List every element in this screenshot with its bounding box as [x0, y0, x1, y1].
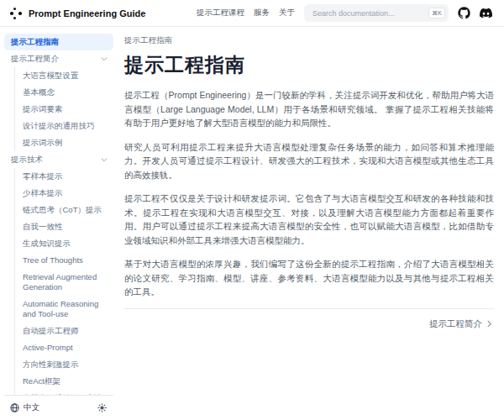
chevron-down-icon	[100, 55, 108, 63]
sidebar-item-label: 提示技术	[11, 155, 43, 165]
sidebar-item-label: 提示工程指南	[11, 37, 59, 47]
sidebar-item[interactable]: 设计提示的通用技巧	[14, 118, 113, 134]
sidebar: 提示工程指南提示工程简介大语言模型设置基本概念提示词要素设计提示的通用技巧提示词…	[0, 27, 118, 420]
language-switcher[interactable]: 中文	[10, 402, 39, 413]
sidebar-item[interactable]: Active-Prompt	[14, 339, 113, 356]
chevron-down-icon	[100, 155, 108, 164]
sidebar-item-label: 提示词要素	[23, 104, 63, 114]
next-page-link[interactable]: 提示工程简介	[429, 318, 494, 330]
sidebar-item[interactable]: 基本概念	[14, 84, 113, 101]
github-icon[interactable]	[458, 7, 470, 19]
theme-toggle[interactable]	[97, 403, 107, 412]
sidebar-item-label: 提示词示例	[23, 138, 63, 148]
next-page-label: 提示工程简介	[429, 318, 482, 330]
sidebar-item[interactable]: 提示词示例	[14, 134, 113, 151]
sidebar-item[interactable]: 自动提示工程师	[14, 323, 113, 339]
sidebar-item[interactable]: 大语言模型设置	[14, 67, 113, 84]
pagination-row: 提示工程简介	[124, 318, 494, 330]
sidebar-item[interactable]: ReAct框架	[14, 373, 113, 390]
main-content: 提示工程指南 提示工程指南 提示工程（Prompt Engineering）是一…	[118, 27, 504, 420]
sidebar-item-label: ReAct框架	[23, 376, 60, 386]
article-paragraphs: 提示工程（Prompt Engineering）是一门较新的学科，关注提示词开发…	[124, 88, 494, 299]
sidebar-item-label: 大语言模型设置	[23, 71, 79, 81]
sidebar-item-label: Tree of Thoughts	[23, 255, 83, 265]
header-right: 提示工程课程服务关于 ⌘K	[197, 4, 492, 22]
sidebar-item-label: 自动提示工程师	[23, 326, 79, 336]
article-paragraph: 提示工程不仅仅是关于设计和研发提示词。它包含了与大语言模型交互和研发的各种技能和…	[124, 192, 494, 247]
article-paragraph: 基于对大语言模型的浓厚兴趣，我们编写了这份全新的提示工程指南，介绍了大语言模型相…	[124, 257, 494, 299]
search-input[interactable]	[311, 8, 425, 18]
sidebar-footer: 中文	[4, 395, 113, 420]
sidebar-item[interactable]: 方向性刺激提示	[14, 356, 113, 373]
sidebar-item[interactable]: 提示词要素	[14, 101, 113, 118]
header: Prompt Engineering Guide 提示工程课程服务关于 ⌘K	[0, 0, 504, 27]
search-shortcut-kbd: ⌘K	[428, 8, 445, 18]
sidebar-item[interactable]: 生成知识提示	[14, 235, 113, 252]
sidebar-item-label: 链式思考（CoT）提示	[23, 205, 102, 215]
logo-title: Prompt Engineering Guide	[29, 8, 145, 18]
page-layout: 提示工程指南提示工程简介大语言模型设置基本概念提示词要素设计提示的通用技巧提示词…	[0, 27, 504, 420]
logo-dots-icon	[10, 7, 23, 20]
sidebar-item[interactable]: Retrieval Augmented Generation	[14, 269, 113, 296]
header-nav-link[interactable]: 提示工程课程	[197, 8, 244, 18]
chevron-right-icon	[485, 319, 494, 328]
language-label: 中文	[24, 402, 39, 413]
sidebar-item-label: 少样本提示	[23, 188, 63, 198]
header-nav-link[interactable]: 关于	[279, 8, 295, 18]
sidebar-item-label: 自我一致性	[23, 222, 63, 232]
logo[interactable]: Prompt Engineering Guide	[10, 7, 145, 20]
content-divider	[124, 308, 494, 309]
sidebar-item-label: Active-Prompt	[23, 343, 73, 353]
sidebar-item[interactable]: Automatic Reasoning and Tool-use	[14, 296, 113, 323]
sidebar-item[interactable]: 提示技术	[4, 151, 113, 168]
sidebar-item[interactable]: 自我一致性	[14, 218, 113, 235]
sidebar-item[interactable]: 提示工程简介	[4, 50, 113, 67]
sidebar-item[interactable]: 链式思考（CoT）提示	[14, 202, 113, 218]
sidebar-item[interactable]: 零样本提示	[14, 168, 113, 185]
sun-icon	[97, 403, 107, 412]
header-nav-link[interactable]: 服务	[254, 8, 270, 18]
globe-icon	[10, 403, 19, 412]
sidebar-item-label: Automatic Reasoning and Tool-use	[23, 299, 108, 319]
sidebar-item-label: 设计提示的通用技巧	[23, 121, 95, 131]
sidebar-item[interactable]: 提示工程指南	[4, 34, 113, 50]
search-box[interactable]: ⌘K	[304, 4, 449, 22]
sidebar-item-label: 生成知识提示	[23, 239, 71, 249]
sidebar-item[interactable]: 少样本提示	[14, 185, 113, 202]
header-nav: 提示工程课程服务关于	[197, 8, 295, 18]
sidebar-item-label: 零样本提示	[23, 171, 63, 181]
article-paragraph: 提示工程（Prompt Engineering）是一门较新的学科，关注提示词开发…	[124, 88, 494, 130]
article-paragraph: 研究人员可利用提示工程来提升大语言模型处理复杂任务场景的能力，如问答和算术推理能…	[124, 140, 494, 182]
breadcrumb: 提示工程指南	[124, 35, 494, 46]
discord-icon[interactable]	[480, 7, 492, 19]
sidebar-nav: 提示工程指南提示工程简介大语言模型设置基本概念提示词要素设计提示的通用技巧提示词…	[4, 34, 113, 395]
page-title: 提示工程指南	[124, 52, 494, 78]
sidebar-item-label: 提示工程简介	[11, 54, 59, 64]
sidebar-item[interactable]: Tree of Thoughts	[14, 252, 113, 269]
sidebar-item-label: 方向性刺激提示	[23, 360, 79, 370]
sidebar-item-label: Retrieval Augmented Generation	[23, 272, 108, 292]
sidebar-item-label: 基本概念	[23, 87, 55, 97]
